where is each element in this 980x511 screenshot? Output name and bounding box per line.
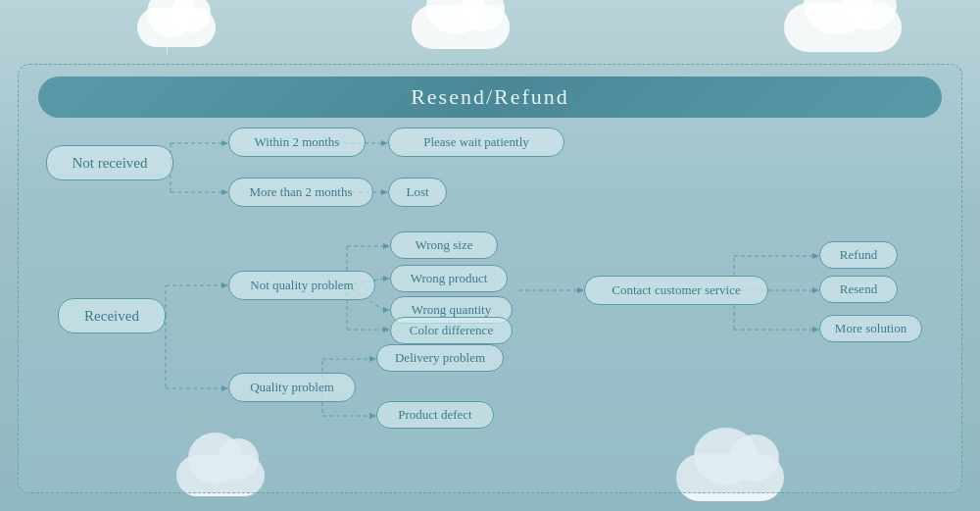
product-defect-node: Product defect — [376, 401, 494, 429]
string-deco — [167, 0, 168, 54]
not-received-node: Not received — [46, 145, 173, 180]
svg-marker-36 — [812, 253, 819, 259]
svg-marker-18 — [383, 243, 390, 249]
contact-customer-service-node: Contact customer service — [584, 276, 768, 305]
color-difference-node: Color difference — [390, 317, 513, 344]
svg-marker-33 — [577, 287, 584, 293]
svg-marker-28 — [369, 356, 376, 362]
svg-marker-12 — [221, 282, 228, 288]
wrong-size-node: Wrong size — [390, 231, 498, 259]
svg-marker-15 — [221, 385, 228, 391]
svg-marker-41 — [812, 327, 819, 332]
more-than-2months-node: More than 2 months — [228, 178, 373, 207]
quality-problem-node: Quality problem — [228, 373, 356, 402]
svg-marker-2 — [221, 140, 228, 146]
svg-marker-31 — [369, 413, 376, 419]
more-solution-node: More solution — [819, 315, 922, 342]
cloud-decoration — [412, 5, 510, 49]
please-wait-node: Please wait patiently — [388, 128, 564, 157]
title-bar: Resend/Refund — [38, 77, 942, 118]
refund-node: Refund — [819, 241, 898, 269]
svg-marker-7 — [381, 140, 388, 146]
cloud-decoration — [137, 8, 216, 47]
svg-marker-5 — [221, 189, 228, 195]
not-quality-problem-node: Not quality problem — [228, 271, 375, 300]
page-title: Resend/Refund — [411, 84, 569, 110]
svg-marker-9 — [381, 189, 388, 195]
delivery-problem-node: Delivery problem — [376, 344, 504, 372]
cloud-decoration — [784, 3, 902, 52]
resend-node: Resend — [819, 276, 898, 303]
received-node: Received — [58, 298, 166, 333]
svg-marker-25 — [383, 327, 390, 332]
svg-marker-20 — [383, 276, 390, 281]
svg-marker-22 — [383, 307, 390, 313]
string-deco — [842, 0, 843, 47]
main-container: Resend/Refund — [18, 64, 962, 493]
string-deco — [451, 0, 452, 49]
lost-node: Lost — [388, 178, 447, 207]
svg-marker-38 — [812, 287, 819, 293]
wrong-product-node: Wrong product — [390, 265, 508, 292]
within-2months-node: Within 2 months — [228, 128, 366, 157]
